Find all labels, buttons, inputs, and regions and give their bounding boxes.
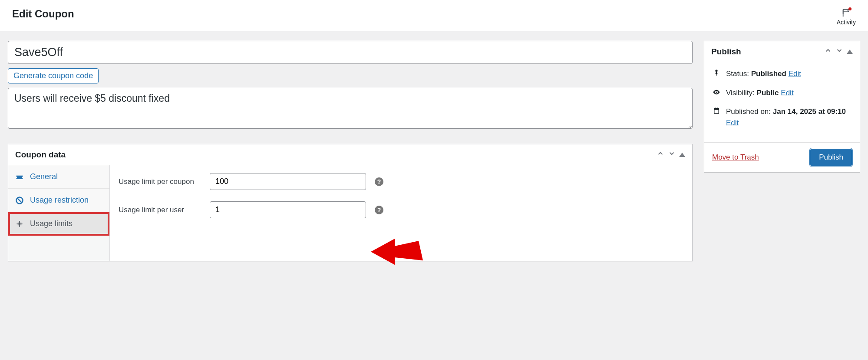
tab-usage-restriction[interactable]: Usage restriction xyxy=(8,189,109,212)
status-label: Status: xyxy=(726,70,749,78)
coupon-data-box: Coupon data General xyxy=(8,144,693,261)
calendar-icon xyxy=(712,107,721,115)
move-down-icon[interactable] xyxy=(668,150,676,160)
coupon-title-input[interactable] xyxy=(8,41,693,64)
help-icon[interactable]: ? xyxy=(375,206,383,214)
coupon-data-heading: Coupon data xyxy=(15,150,657,160)
help-icon[interactable]: ? xyxy=(375,177,383,186)
publish-box: Publish Status: Published Edit xyxy=(704,41,860,173)
status-value: Published xyxy=(751,70,786,78)
usage-limit-per-coupon-input[interactable] xyxy=(210,173,366,190)
visibility-value: Public xyxy=(757,89,779,97)
sliders-icon xyxy=(15,220,24,228)
publish-heading: Publish xyxy=(711,47,824,57)
move-to-trash-link[interactable]: Move to Trash xyxy=(712,153,759,162)
activity-button[interactable]: Activity xyxy=(837,8,856,26)
tab-usage-restriction-label: Usage restriction xyxy=(30,196,89,205)
status-edit-link[interactable]: Edit xyxy=(789,70,801,78)
usage-limit-per-user-label: Usage limit per user xyxy=(119,206,201,214)
published-on-edit-link[interactable]: Edit xyxy=(726,119,739,127)
tab-usage-limits-label: Usage limits xyxy=(30,219,73,228)
move-up-icon[interactable] xyxy=(824,47,832,57)
published-on-label: Published on: xyxy=(726,107,771,116)
coupon-data-tabs: General Usage restriction Usage limits xyxy=(8,165,110,261)
tab-general[interactable]: General xyxy=(8,165,109,189)
publish-header: Publish xyxy=(704,41,860,62)
move-down-icon[interactable] xyxy=(835,47,843,57)
generate-coupon-code-button[interactable]: Generate coupon code xyxy=(8,68,99,83)
published-on-value: Jan 14, 2025 at 09:10 xyxy=(773,107,846,116)
usage-limit-per-user-input[interactable] xyxy=(210,201,366,218)
tab-general-label: General xyxy=(30,172,58,181)
usage-limit-per-coupon-label: Usage limit per coupon xyxy=(119,177,201,186)
toggle-panel-icon[interactable] xyxy=(679,153,685,157)
top-bar: Edit Coupon Activity xyxy=(0,0,868,31)
pin-icon xyxy=(712,69,721,76)
publish-button[interactable]: Publish xyxy=(810,149,852,166)
ban-icon xyxy=(15,196,24,205)
toggle-panel-icon[interactable] xyxy=(847,50,853,54)
usage-limits-panel: Usage limit per coupon ? Usage limit per… xyxy=(110,165,692,261)
eye-icon xyxy=(712,88,721,96)
move-up-icon[interactable] xyxy=(657,150,664,160)
coupon-description-textarea[interactable] xyxy=(8,88,693,129)
tab-usage-limits[interactable]: Usage limits xyxy=(8,212,109,236)
activity-icon xyxy=(842,8,851,19)
ticket-icon xyxy=(15,173,24,181)
activity-label: Activity xyxy=(837,19,856,26)
visibility-label: Visibility: xyxy=(726,89,755,97)
coupon-data-header: Coupon data xyxy=(8,144,692,165)
visibility-edit-link[interactable]: Edit xyxy=(781,89,793,97)
page-title: Edit Coupon xyxy=(12,8,74,20)
